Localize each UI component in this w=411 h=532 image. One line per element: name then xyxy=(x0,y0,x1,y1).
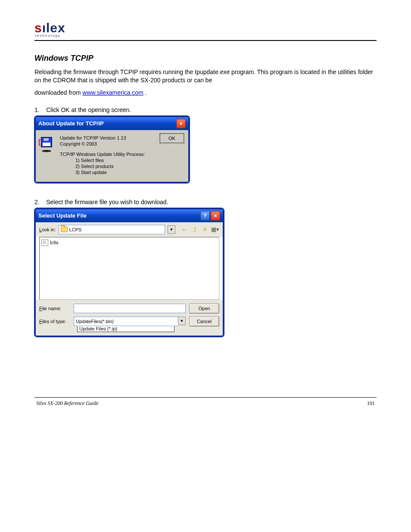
about-version-text: Update for TCP/IP Version 1.13 xyxy=(60,135,145,140)
about-title-text: About Update for TCP/IP xyxy=(38,120,104,127)
open-title-text: Select Update File xyxy=(38,212,87,219)
download-link[interactable]: www.silexamerica.com xyxy=(82,89,143,96)
brand-logo: sılex technology xyxy=(34,22,377,37)
intro-paragraph-2: downloaded from www.silexamerica.com . xyxy=(34,89,377,97)
file-icon xyxy=(41,239,48,246)
look-in-combobox[interactable]: LCPS xyxy=(59,225,165,234)
back-icon[interactable]: ← xyxy=(180,226,188,233)
about-step-2: 2) Select products xyxy=(75,164,145,169)
footer-divider xyxy=(34,397,377,398)
cancel-button[interactable]: Cancel xyxy=(189,316,219,327)
file-type-dropdown-option[interactable]: Update Files (*.ip) xyxy=(77,326,174,332)
step-1-label: 1. Click OK at the opening screen. xyxy=(34,106,377,113)
step-2-label: 2. Select the firmware file you wish to … xyxy=(34,199,377,205)
floppy-disk-icon: [ xyxy=(41,135,53,176)
file-list[interactable]: lc8s xyxy=(39,237,219,300)
file-type-combobox[interactable]: UpdateFiles(*.bin) ▼ xyxy=(74,317,186,326)
ok-button[interactable]: OK xyxy=(160,134,184,143)
list-item[interactable]: lc8s xyxy=(41,239,217,246)
close-icon[interactable]: × xyxy=(176,119,186,128)
view-menu-icon[interactable]: ▦▾ xyxy=(211,226,219,233)
about-titlebar[interactable]: About Update for TCP/IP × xyxy=(36,117,188,130)
file-type-value: UpdateFiles(*.bin) xyxy=(74,317,178,326)
open-file-dialog: Select Update File ? × Look in: LCPS ▼ ←… xyxy=(34,208,224,337)
section-title: Windows TCPIP xyxy=(34,54,377,63)
file-name-input[interactable] xyxy=(74,304,186,313)
help-icon[interactable]: ? xyxy=(200,211,210,221)
about-step-1: 1) Select files xyxy=(75,158,145,163)
file-name-text: lc8s xyxy=(50,240,59,245)
look-in-value: LCPS xyxy=(69,227,82,232)
about-dialog: About Update for TCP/IP × [ Update for T… xyxy=(34,116,190,183)
file-name-label: File name: xyxy=(39,306,70,311)
open-button[interactable]: Open xyxy=(189,303,219,314)
about-process-heading: TCP/IP Windows Update Utility Process: xyxy=(60,152,145,157)
look-in-label: Look in: xyxy=(39,227,56,232)
chevron-down-icon[interactable]: ▼ xyxy=(168,225,175,234)
chevron-down-icon[interactable]: ▼ xyxy=(178,317,186,325)
about-copyright-text: Copyright © 2003 xyxy=(60,141,145,146)
new-folder-icon[interactable]: ✳ xyxy=(200,226,209,233)
up-folder-icon[interactable]: ⮥ xyxy=(190,226,199,233)
footer-page-number: 101 xyxy=(367,400,375,407)
about-step-3: 3) Start update xyxy=(75,170,145,175)
folder-icon xyxy=(61,227,68,232)
intro-paragraph-1: Reloading the firmware through TCPIP req… xyxy=(34,68,377,84)
close-icon[interactable]: × xyxy=(211,211,220,221)
open-titlebar[interactable]: Select Update File ? × xyxy=(36,209,223,222)
file-type-label: Files of type: xyxy=(39,319,70,324)
footer-doc-title: Silex SX-200 Reference Guide xyxy=(36,400,99,407)
header-divider xyxy=(34,40,377,41)
